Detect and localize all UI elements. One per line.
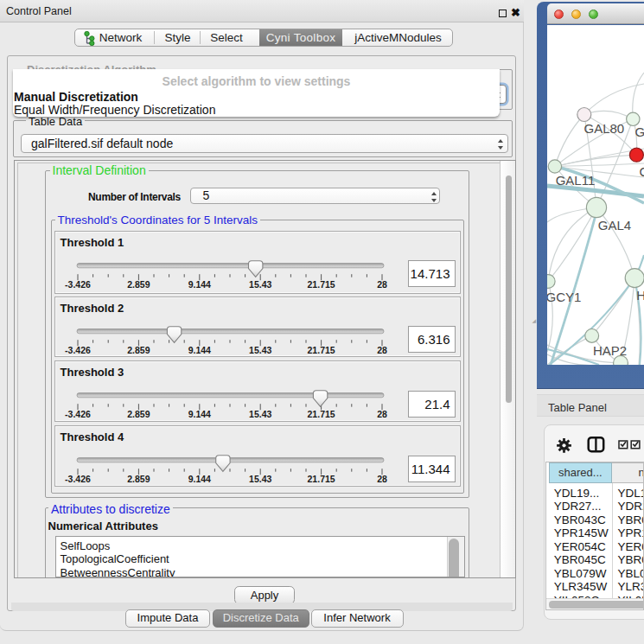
- svg-text:GAL4: GAL4: [598, 218, 631, 233]
- svg-text:-3.426: -3.426: [65, 409, 91, 419]
- svg-text:GCY1: GCY1: [547, 289, 581, 303]
- svg-text:CD: CD: [639, 163, 644, 178]
- svg-text:9.144: 9.144: [188, 474, 210, 484]
- svg-text:2.859: 2.859: [127, 344, 150, 354]
- svg-text:28: 28: [377, 344, 387, 354]
- svg-text:9.144: 9.144: [188, 409, 210, 419]
- svg-text:2.859: 2.859: [127, 409, 150, 419]
- svg-text:9.144: 9.144: [188, 344, 210, 354]
- svg-text:2.859: 2.859: [127, 278, 150, 289]
- svg-text:15.43: 15.43: [249, 344, 271, 354]
- svg-text:-3.426: -3.426: [65, 474, 91, 484]
- svg-text:GA: GA: [634, 124, 644, 138]
- svg-text:GAL80: GAL80: [584, 120, 625, 135]
- svg-text:HIS4: HIS4: [636, 288, 644, 303]
- svg-text:HAP2: HAP2: [593, 343, 627, 358]
- svg-text:21.715: 21.715: [307, 474, 335, 484]
- svg-text:21.715: 21.715: [307, 344, 335, 354]
- svg-text:9.144: 9.144: [188, 278, 210, 289]
- svg-text:28: 28: [377, 278, 387, 289]
- svg-text:GAL11: GAL11: [556, 173, 596, 188]
- svg-text:28: 28: [377, 474, 387, 484]
- svg-text:21.715: 21.715: [307, 409, 335, 419]
- svg-text:15.43: 15.43: [249, 409, 271, 419]
- svg-text:15.43: 15.43: [249, 474, 271, 484]
- svg-text:15.43: 15.43: [249, 278, 271, 289]
- svg-text:21.715: 21.715: [307, 278, 335, 289]
- svg-text:-3.426: -3.426: [65, 344, 91, 354]
- svg-text:2.859: 2.859: [127, 474, 150, 484]
- svg-text:-3.426: -3.426: [65, 278, 91, 289]
- svg-text:28: 28: [377, 409, 387, 419]
